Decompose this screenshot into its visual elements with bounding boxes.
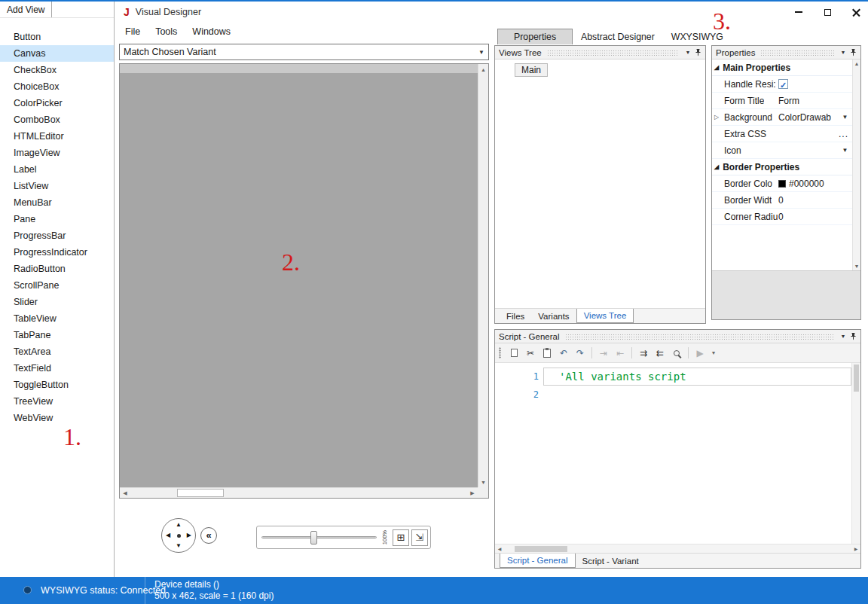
views-tree-panel-header[interactable]: Views Tree — [495, 46, 705, 59]
palette-item[interactable]: WebView — [0, 410, 114, 426]
comment-icon[interactable]: ⇉ — [636, 346, 651, 361]
toolbar-overflow-icon[interactable]: ▾ — [709, 346, 718, 361]
palette-item[interactable]: RadioButton — [0, 261, 114, 277]
scroll-right-icon[interactable] — [467, 488, 478, 498]
redo-icon[interactable]: ↷ — [573, 346, 588, 361]
background-value[interactable]: ColorDrawab — [778, 109, 831, 126]
navigation-dpad[interactable]: ▲ ▼ ◀ ▶ — [161, 518, 196, 553]
dpad-right-icon[interactable]: ▶ — [187, 532, 191, 538]
extra-css-ellipsis-button[interactable]: ... — [839, 126, 851, 142]
pin-icon[interactable] — [693, 48, 703, 57]
vertical-scroll-track[interactable] — [478, 75, 488, 477]
undo-icon[interactable]: ↶ — [556, 346, 571, 361]
border-width-value[interactable]: 0 — [778, 192, 851, 208]
uncomment-icon[interactable]: ⇇ — [653, 346, 668, 361]
palette-item[interactable]: Label — [0, 161, 114, 178]
scroll-up-icon[interactable] — [478, 64, 488, 75]
menu-windows[interactable]: Windows — [185, 26, 238, 37]
grid-toggle-button[interactable]: ⊞ — [393, 529, 409, 546]
scroll-right-icon[interactable] — [851, 545, 860, 553]
palette-item[interactable]: TreeView — [0, 393, 114, 410]
tab-variants[interactable]: Variants — [531, 309, 576, 323]
palette-item[interactable]: TextField — [0, 360, 114, 377]
properties-scrollbar[interactable] — [852, 59, 860, 270]
variant-dropdown[interactable]: Match Chosen Variant — [119, 44, 489, 60]
canvas-vertical-scrollbar[interactable] — [478, 64, 488, 487]
palette-item[interactable]: HTMLEditor — [0, 128, 114, 145]
group-border-properties[interactable]: Border Properties — [712, 159, 852, 175]
indent-icon[interactable]: ⇥ — [596, 346, 611, 361]
code-editor[interactable]: 1 2 'All variants script — [495, 363, 860, 544]
border-color-value[interactable]: #000000 — [789, 175, 824, 192]
palette-item[interactable]: TableView — [0, 310, 114, 327]
group-main-properties[interactable]: Main Properties — [712, 59, 852, 76]
palette-item[interactable]: CheckBox — [0, 62, 114, 78]
fit-to-device-button[interactable]: ⇲ — [411, 529, 428, 546]
scroll-down-icon[interactable] — [853, 262, 860, 270]
palette-item[interactable]: Slider — [0, 294, 114, 310]
palette-item[interactable]: ColorPicker — [0, 95, 114, 111]
close-button[interactable] — [851, 8, 860, 17]
editor-hscroll-thumb[interactable] — [515, 546, 567, 552]
tab-script-variant[interactable]: Script - Variant — [576, 554, 646, 568]
dock-menu-icon[interactable] — [683, 50, 693, 55]
dock-menu-icon[interactable] — [838, 50, 848, 55]
collapse-group-icon[interactable] — [714, 65, 719, 71]
cut-icon[interactable]: ✂ — [523, 346, 538, 361]
views-tree-content[interactable]: Main — [495, 59, 705, 308]
chevron-down-icon[interactable] — [475, 49, 488, 56]
expander-icon[interactable] — [714, 109, 719, 126]
tab-abstract-designer[interactable]: Abstract Designer — [573, 29, 663, 44]
palette-item[interactable]: Pane — [0, 211, 114, 227]
horizontal-scroll-track[interactable] — [504, 545, 851, 553]
dpad-down-icon[interactable]: ▼ — [176, 543, 182, 549]
palette-item[interactable]: ProgressBar — [0, 227, 114, 244]
palette-item[interactable]: Button — [0, 29, 114, 45]
dpad-up-icon[interactable]: ▲ — [176, 522, 182, 528]
maximize-button[interactable] — [823, 8, 832, 17]
canvas-horizontal-scrollbar[interactable] — [120, 487, 478, 498]
code-line-2[interactable] — [543, 386, 851, 404]
palette-item[interactable]: MenuBar — [0, 194, 114, 211]
pin-icon[interactable] — [848, 332, 858, 341]
scroll-left-icon[interactable] — [120, 488, 130, 498]
toolbar-grip[interactable] — [499, 347, 501, 358]
scroll-up-icon[interactable] — [853, 59, 860, 68]
copy-icon[interactable] — [506, 346, 521, 361]
menu-file[interactable]: File — [118, 26, 148, 37]
zoom-slider-thumb[interactable] — [310, 531, 317, 545]
editor-scroll-thumb[interactable] — [854, 365, 859, 392]
pin-icon[interactable] — [848, 48, 858, 57]
add-view-tab[interactable]: Add View — [0, 2, 52, 17]
scroll-down-icon[interactable] — [478, 477, 488, 487]
scroll-left-icon[interactable] — [495, 545, 504, 553]
palette-item[interactable]: ComboBox — [0, 111, 114, 128]
run-icon[interactable]: ▶ — [692, 346, 708, 361]
editor-vertical-scrollbar[interactable] — [851, 363, 860, 544]
palette-item[interactable]: ChoiceBox — [0, 78, 114, 95]
menu-tools[interactable]: Tools — [148, 26, 185, 37]
palette-item[interactable]: ToggleButton — [0, 377, 114, 393]
outdent-icon[interactable]: ⇤ — [613, 346, 628, 361]
corner-radius-value[interactable]: 0 — [778, 209, 851, 224]
handle-resize-checkbox[interactable] — [778, 79, 788, 89]
palette-item[interactable]: TabPane — [0, 327, 114, 343]
palette-item[interactable]: TextArea — [0, 343, 114, 360]
tree-node-main[interactable]: Main — [515, 63, 548, 77]
search-icon[interactable] — [669, 346, 684, 361]
script-panel-header[interactable]: Script - General — [495, 330, 860, 343]
palette-item[interactable]: ListView — [0, 178, 114, 194]
minimize-button[interactable] — [794, 8, 803, 17]
dock-menu-icon[interactable] — [838, 334, 848, 339]
paste-icon[interactable] — [539, 346, 555, 361]
collapse-group-icon[interactable] — [714, 164, 719, 170]
tab-files[interactable]: Files — [500, 309, 531, 323]
properties-panel-header[interactable]: Properties — [712, 46, 860, 59]
editor-horizontal-scrollbar[interactable] — [495, 544, 860, 553]
palette-item[interactable]: ProgressIndicator — [0, 244, 114, 261]
zoom-slider-track[interactable] — [261, 536, 377, 538]
border-color-swatch[interactable] — [778, 180, 786, 188]
background-dropdown-icon[interactable] — [839, 109, 851, 126]
zoom-slider[interactable] — [259, 526, 379, 548]
horizontal-scroll-track[interactable] — [130, 488, 467, 498]
